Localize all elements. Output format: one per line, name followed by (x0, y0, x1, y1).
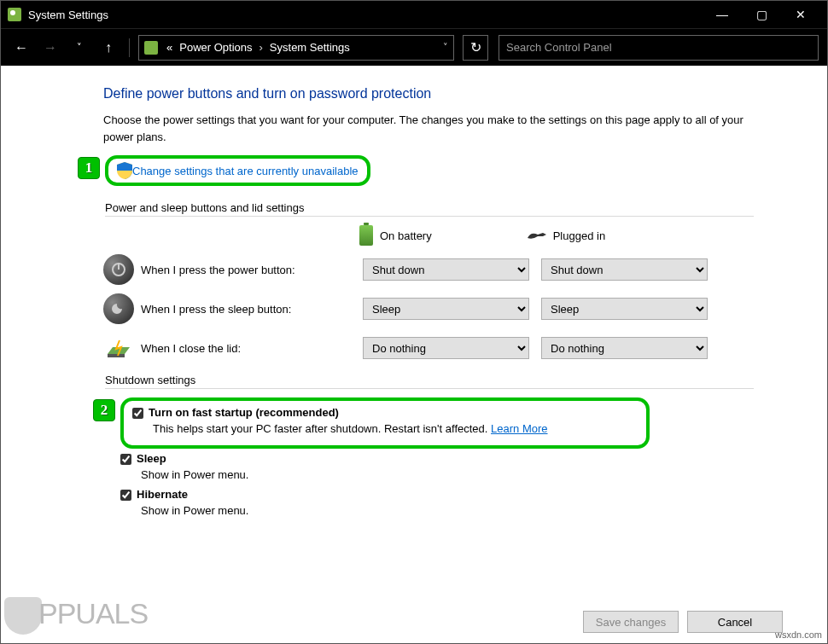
highlight-change-settings: 1 Change settings that are currently una… (105, 155, 370, 186)
refresh-button[interactable]: ↻ (463, 35, 488, 61)
close-button[interactable]: ✕ (781, 1, 820, 28)
row-sleep-label: When I press the sleep button: (141, 303, 363, 316)
col-plugged-label: Plugged in (553, 229, 605, 242)
breadcrumb[interactable]: « Power Options › System Settings ˅ (138, 35, 454, 61)
hibernate-desc: Show in Power menu. (141, 504, 827, 517)
breadcrumb-dropdown-icon[interactable]: ˅ (443, 42, 448, 53)
recent-dropdown[interactable]: ˅ (67, 36, 91, 60)
col-on-battery: On battery (359, 225, 432, 246)
watermark-icon (4, 597, 42, 635)
breadcrumb-item-system-settings[interactable]: System Settings (266, 41, 353, 54)
chevron-right-icon: › (256, 41, 266, 54)
breadcrumb-prefix: « (163, 41, 176, 54)
learn-more-link[interactable]: Learn More (491, 422, 547, 435)
highlight-fast-startup: 2 Turn on fast startup (recommended) Thi… (120, 397, 650, 449)
col-battery-label: On battery (380, 229, 432, 242)
forward-button[interactable]: → (38, 36, 62, 60)
navbar: ← → ˅ ↑ « Power Options › System Setting… (1, 28, 827, 66)
hibernate-title: Hibernate (137, 488, 188, 501)
back-button[interactable]: ← (9, 36, 33, 60)
lid-icon (103, 333, 134, 363)
breadcrumb-item-power-options[interactable]: Power Options (176, 41, 255, 54)
fast-startup-title: Turn on fast startup (recommended) (149, 406, 339, 419)
sleep-desc: Show in Power menu. (141, 468, 827, 481)
window: System Settings — ▢ ✕ ← → ˅ ↑ « Power Op… (0, 0, 828, 644)
sleep-title: Sleep (137, 452, 166, 465)
save-changes-button[interactable]: Save changes (583, 611, 679, 633)
section-shutdown-header: Shutdown settings (105, 374, 754, 389)
power-battery-select[interactable]: Shut down (363, 258, 529, 281)
callout-2: 2 (93, 399, 115, 421)
sleep-battery-select[interactable]: Sleep (363, 298, 529, 320)
row-sleep-button: When I press the sleep button: Sleep Sle… (103, 293, 827, 324)
app-icon (8, 8, 21, 21)
source-url: wsxdn.com (775, 629, 822, 640)
sleep-plugged-select[interactable]: Sleep (541, 298, 708, 320)
watermark: PPUALS (4, 597, 148, 635)
plug-icon (526, 229, 546, 241)
footer-buttons: Save changes Cancel (583, 611, 783, 633)
window-title: System Settings (28, 9, 703, 21)
row-close-lid: When I close the lid: Do nothing Do noth… (103, 333, 827, 363)
row-lid-label: When I close the lid: (141, 342, 363, 355)
elevate-link[interactable]: Change settings that are currently unava… (132, 165, 359, 177)
power-button-icon (103, 254, 134, 285)
hibernate-checkbox[interactable] (120, 490, 131, 501)
sleep-checkbox[interactable] (120, 454, 131, 465)
minimize-button[interactable]: — (703, 1, 742, 28)
shield-icon (117, 162, 132, 179)
section-buttons-header: Power and sleep buttons and lid settings (105, 201, 754, 217)
fast-startup-desc: This helps start your PC faster after sh… (153, 422, 638, 435)
titlebar: System Settings — ▢ ✕ (1, 1, 827, 28)
col-plugged-in: Plugged in (526, 225, 605, 246)
up-button[interactable]: ↑ (96, 36, 120, 60)
search-input[interactable]: Search Control Panel (499, 35, 819, 61)
fast-startup-checkbox[interactable] (132, 408, 143, 419)
cancel-button[interactable]: Cancel (687, 611, 783, 633)
callout-1: 1 (78, 157, 100, 179)
content: Define power buttons and turn on passwor… (1, 66, 827, 643)
page-instructions: Choose the power settings that you want … (103, 112, 752, 145)
lid-battery-select[interactable]: Do nothing (363, 337, 529, 359)
row-power-label: When I press the power button: (141, 264, 363, 276)
lid-plugged-select[interactable]: Do nothing (541, 337, 708, 359)
battery-icon (359, 225, 373, 246)
maximize-button[interactable]: ▢ (742, 1, 781, 28)
breadcrumb-icon (144, 41, 158, 55)
page-heading: Define power buttons and turn on passwor… (103, 86, 827, 102)
sleep-button-icon (103, 293, 134, 324)
row-power-button: When I press the power button: Shut down… (103, 254, 827, 285)
power-plugged-select[interactable]: Shut down (541, 258, 708, 281)
